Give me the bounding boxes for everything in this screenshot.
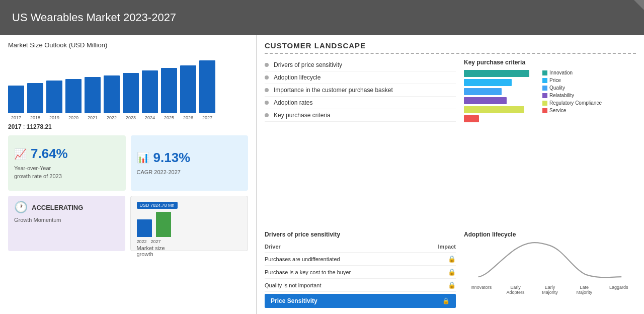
- kpc-content: InnovationPriceQualityRelatabilityRegula…: [464, 70, 636, 122]
- adoption-label-4: Laggards: [604, 285, 634, 295]
- right-panel: CUSTOMER LANDSCAPE Drivers of price sens…: [257, 35, 644, 314]
- bar-label-2021: 2021: [85, 115, 101, 120]
- kpc-row-4: [464, 106, 534, 113]
- bar-label-2019: 2019: [46, 115, 62, 120]
- nav-item-label: Adoption lifecycle: [274, 74, 320, 81]
- nav-item-label: Key purchase criteria: [274, 112, 331, 119]
- adoption-lifecycle-section: Adoption lifecycle InnovatorsEarlyAdopte…: [464, 231, 636, 308]
- kpc-color-dot: [542, 86, 547, 91]
- market-bar-2022: [137, 219, 152, 237]
- kpc-bar-wrap: [464, 115, 534, 122]
- market-years: 2022 2027: [137, 239, 242, 244]
- nav-item-3[interactable]: Adoption rates: [265, 97, 456, 109]
- nav-item-label: Drivers of price sensitivity: [274, 61, 342, 68]
- cagr-label: CAGR 2022-2027: [137, 169, 243, 176]
- kpc-row-2: [464, 88, 534, 95]
- driver-col-header: Driver: [265, 244, 281, 250]
- kpc-legend-label: Service: [549, 108, 566, 113]
- nav-list: Drivers of price sensitivityAdoption lif…: [265, 59, 456, 122]
- nav-bullet: [265, 113, 269, 117]
- bar-2027: [199, 60, 215, 113]
- nav-bullet: [265, 63, 269, 67]
- adoption-title: Adoption lifecycle: [464, 231, 636, 238]
- bar-2018: [27, 83, 43, 113]
- kpc-legend-item-0: Innovation: [542, 70, 602, 75]
- header: US Wearables Market 2023-2027: [0, 0, 644, 35]
- kpc-legend-label: Regulatory Compliance: [549, 100, 602, 106]
- bar-label-2023: 2023: [123, 115, 139, 120]
- kpc-row-3: [464, 97, 534, 104]
- kpc-legend-item-4: Regulatory Compliance: [542, 100, 602, 106]
- bottom-row: 🕐 ACCELERATING Growth Momentum USD 7824.…: [8, 196, 248, 251]
- kpc-title: Key purchase criteria: [464, 59, 636, 66]
- bar-2024: [142, 70, 158, 113]
- bar-2023: [123, 73, 139, 113]
- driver-text: Purchases are undifferentiated: [265, 256, 340, 262]
- kpc-bar: [464, 79, 512, 86]
- nav-bullet: [265, 101, 269, 105]
- bar-2021: [85, 77, 101, 113]
- kpc-bar: [464, 97, 507, 104]
- customer-body: Drivers of price sensitivityAdoption lif…: [265, 59, 636, 231]
- bar-label-2022: 2022: [104, 115, 120, 120]
- driver-text: Quality is not important: [265, 282, 321, 288]
- bar-chart-icon: 📊: [137, 151, 149, 164]
- nav-item-1[interactable]: Adoption lifecycle: [265, 71, 456, 84]
- driver-text: Purchase is a key cost to the buyer: [265, 269, 351, 275]
- bar-label-2027: 2027: [199, 115, 215, 120]
- kpc-bar: [464, 115, 479, 122]
- kpc-row-1: [464, 79, 534, 86]
- adoption-label-1: EarlyAdopters: [501, 285, 531, 295]
- bar-chart: [8, 54, 248, 114]
- nav-item-0[interactable]: Drivers of price sensitivity: [265, 59, 456, 71]
- kpc-section: Key purchase criteria InnovationPriceQua…: [464, 59, 636, 231]
- kpc-legend-item-3: Relatability: [542, 93, 602, 98]
- market-bar-2027: [156, 212, 171, 237]
- kpc-bar: [464, 88, 502, 95]
- kpc-row-5: [464, 115, 534, 122]
- cagr-card: 📊 9.13% CAGR 2022-2027: [131, 135, 249, 191]
- adoption-label-3: LateMajority: [569, 285, 599, 295]
- kpc-bar: [464, 106, 524, 113]
- kpc-chart: [464, 70, 534, 122]
- bar-label-2017: 2017: [8, 115, 24, 120]
- bar-2017: [8, 86, 24, 113]
- kpc-bar-wrap: [464, 88, 534, 95]
- bar-2026: [180, 65, 196, 113]
- year-2027: 2027: [151, 239, 161, 244]
- kpc-bar-wrap: [464, 97, 534, 104]
- impact-col-header: Impact: [438, 244, 456, 250]
- bar-label-2026: 2026: [180, 115, 196, 120]
- left-panel: Market Size Outlook (USD Million) 201720…: [0, 35, 257, 314]
- market-outlook-title: Market Size Outlook (USD Million): [8, 41, 248, 49]
- kpc-legend-label: Relatability: [549, 93, 574, 98]
- kpc-color-dot: [542, 78, 547, 83]
- nav-item-2[interactable]: Importance in the customer purchase bask…: [265, 84, 456, 97]
- driver-row-1: Purchase is a key cost to the buyer🔒: [265, 266, 456, 279]
- kpc-legend-label: Price: [549, 77, 561, 83]
- kpc-legend-item-2: Quality: [542, 85, 602, 91]
- kpc-legend-item-5: Service: [542, 108, 602, 113]
- nav-bullet: [265, 75, 269, 80]
- kpc-color-dot: [542, 70, 547, 75]
- nav-item-4[interactable]: Key purchase criteria: [265, 109, 456, 122]
- bar-2025: [161, 68, 177, 113]
- kpc-color-dot: [542, 101, 547, 106]
- market-size-card: USD 7824.78 Mn 2022 2027 Market sizegrow…: [130, 196, 249, 251]
- customer-header: CUSTOMER LANDSCAPE: [265, 41, 636, 54]
- cagr-pct: 9.13%: [153, 150, 191, 166]
- market-badge: USD 7824.78 Mn: [137, 202, 178, 209]
- driver-header-row: Driver Impact: [265, 241, 456, 253]
- adoption-label-2: EarlyMajority: [535, 285, 565, 295]
- value-line: 2017 : 11278.21: [8, 123, 248, 130]
- market-bars: [137, 212, 242, 237]
- kpc-legend-label: Quality: [549, 85, 565, 91]
- accel-card: 🕐 ACCELERATING Growth Momentum: [8, 196, 125, 251]
- right-bottom: Drivers of price sensitivity Driver Impa…: [265, 231, 636, 308]
- kpc-legend-item-1: Price: [542, 77, 602, 83]
- speedometer-icon: 🕐: [14, 201, 28, 214]
- driver-rows: Purchases are undifferentiated🔒Purchase …: [265, 253, 456, 292]
- corner-decoration: [634, 0, 644, 10]
- bar-label-2024: 2024: [142, 115, 158, 120]
- bar-label-2018: 2018: [27, 115, 43, 120]
